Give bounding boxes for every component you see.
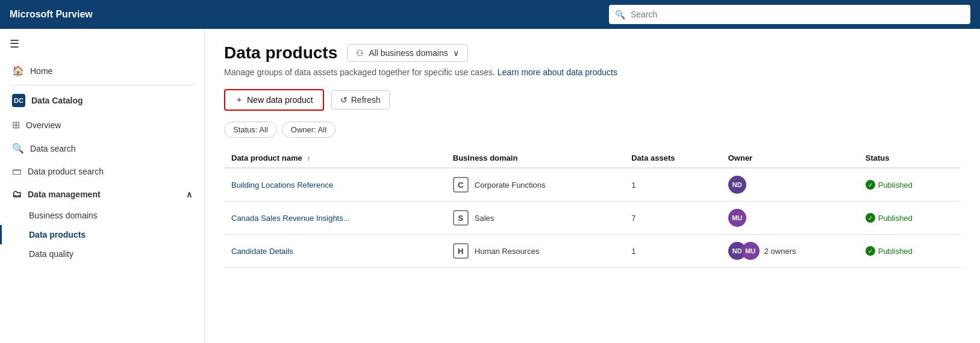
domain-name: Human Resources [475, 247, 540, 256]
owner-cell: ND [728, 176, 851, 194]
column-assets: Data assets [624, 149, 721, 168]
cell-assets: 1 [624, 235, 721, 268]
hamburger-button[interactable]: ☰ [0, 29, 204, 59]
refresh-button[interactable]: ↺ Refresh [331, 90, 390, 110]
status-label: Published [878, 181, 913, 190]
data-management-icon: 🗂 [12, 189, 22, 200]
search-icon: 🔍 [615, 10, 625, 19]
table-row: Candidate Details H Human Resources 1NDM… [224, 235, 961, 268]
data-product-search-icon: 🗃 [12, 166, 22, 177]
cell-product-name: Candidate Details [224, 235, 446, 268]
cell-assets: 1 [624, 168, 721, 202]
domain-badge: S [453, 210, 469, 226]
page-title: Data products [224, 43, 337, 63]
column-status: Status [858, 149, 961, 168]
app-title: Microsoft Purview [10, 9, 93, 20]
owner-avatars: ND [728, 176, 746, 194]
search-container: 🔍 [609, 5, 970, 24]
sidebar-business-domains-label: Business domains [29, 211, 98, 220]
column-domain: Business domain [446, 149, 624, 168]
domain-cell: C Corporate Functions [453, 177, 617, 193]
cell-owner: MU [721, 202, 858, 235]
cell-domain: C Corporate Functions [446, 168, 624, 202]
table-header-row: Data product name ↑ Business domain Data… [224, 149, 961, 168]
sidebar-divider [10, 85, 195, 85]
status-dot-icon: ✓ [866, 246, 875, 256]
column-owner: Owner [721, 149, 858, 168]
cell-status: ✓ Published [858, 168, 961, 202]
domain-filter-icon: ⚇ [356, 48, 364, 58]
search-input[interactable] [609, 5, 970, 24]
sidebar-item-overview[interactable]: ⊞ Overview [0, 113, 204, 137]
data-search-icon: 🔍 [12, 143, 24, 154]
overview-icon: ⊞ [12, 119, 20, 131]
status-filter-chip[interactable]: Status: All [224, 122, 277, 138]
main-content: Data products ⚇ All business domains ∨ M… [205, 29, 980, 343]
status-label: Published [878, 214, 913, 223]
domain-filter-button[interactable]: ⚇ All business domains ∨ [347, 44, 468, 62]
sidebar-item-home[interactable]: 🏠 Home [0, 59, 204, 82]
domain-name: Sales [475, 214, 495, 223]
sidebar-sub-item-data-products[interactable]: Data products [0, 225, 204, 244]
avatar: MU [741, 242, 760, 260]
cell-product-name: Canada Sales Revenue Insights... [224, 202, 446, 235]
owner-filter-chip[interactable]: Owner: All [282, 122, 336, 138]
home-icon: 🏠 [12, 65, 24, 76]
expand-icon: ∧ [186, 190, 192, 199]
sidebar: ☰ 🏠 Home DC Data Catalog ⊞ Overview 🔍 Da… [0, 29, 205, 343]
sidebar-sub-item-data-quality[interactable]: Data quality [0, 244, 204, 264]
learn-more-link[interactable]: Learn more about data products [498, 67, 617, 77]
cell-assets: 7 [624, 202, 721, 235]
owner-label: 2 owners [764, 247, 796, 256]
sidebar-data-catalog-header[interactable]: DC Data Catalog [0, 88, 204, 113]
status-published: ✓ Published [866, 213, 913, 223]
avatar: MU [728, 209, 746, 227]
sidebar-data-management-label: Data management [28, 190, 101, 199]
domain-cell: S Sales [453, 210, 617, 226]
status-published: ✓ Published [866, 180, 913, 190]
plus-icon: ＋ [235, 94, 243, 105]
page-subtitle: Manage groups of data assets packaged to… [224, 67, 961, 77]
cell-owner: ND [721, 168, 858, 202]
status-dot-icon: ✓ [866, 213, 875, 223]
status-dot-icon: ✓ [866, 180, 875, 190]
sidebar-data-products-label: Data products [29, 230, 86, 239]
product-name-link[interactable]: Building Locations Reference [231, 181, 333, 190]
sidebar-overview-label: Overview [26, 120, 61, 130]
data-products-table: Data product name ↑ Business domain Data… [224, 149, 961, 268]
cell-domain: H Human Resources [446, 235, 624, 268]
sidebar-data-management-header[interactable]: 🗂 Data management ∧ [0, 183, 204, 206]
sidebar-sub-item-business-domains[interactable]: Business domains [0, 206, 204, 225]
cell-product-name: Building Locations Reference [224, 168, 446, 202]
owner-avatars: MU [728, 209, 746, 227]
new-data-product-button[interactable]: ＋ New data product [224, 89, 324, 111]
sidebar-item-data-product-search[interactable]: 🗃 Data product search [0, 160, 204, 183]
domain-filter-chevron-icon: ∨ [453, 48, 459, 58]
sidebar-data-product-search-label: Data product search [28, 167, 104, 176]
domain-badge: H [453, 243, 469, 259]
cell-status: ✓ Published [858, 235, 961, 268]
sidebar-data-catalog-label: Data Catalog [31, 96, 83, 105]
sidebar-data-quality-label: Data quality [29, 249, 73, 259]
domain-filter-label: All business domains [369, 48, 448, 58]
domain-badge: C [453, 177, 469, 193]
table-row: Canada Sales Revenue Insights... S Sales… [224, 202, 961, 235]
sidebar-data-search-label: Data search [30, 144, 75, 153]
table-row: Building Locations Reference C Corporate… [224, 168, 961, 202]
product-name-link[interactable]: Candidate Details [231, 247, 293, 256]
refresh-icon: ↺ [340, 95, 348, 105]
product-name-link[interactable]: Canada Sales Revenue Insights... [231, 214, 350, 223]
cell-status: ✓ Published [858, 202, 961, 235]
column-name: Data product name ↑ [224, 149, 446, 168]
avatar: ND [728, 176, 746, 194]
filter-chips: Status: All Owner: All [224, 122, 961, 138]
sort-icon: ↑ [307, 155, 310, 162]
status-label: Published [878, 247, 913, 256]
cell-domain: S Sales [446, 202, 624, 235]
owner-cell: MU [728, 209, 851, 227]
sidebar-home-label: Home [30, 66, 52, 76]
data-catalog-icon: DC [12, 94, 25, 107]
top-navigation: Microsoft Purview 🔍 [0, 0, 980, 29]
domain-name: Corporate Functions [475, 181, 546, 190]
sidebar-item-data-search[interactable]: 🔍 Data search [0, 137, 204, 160]
